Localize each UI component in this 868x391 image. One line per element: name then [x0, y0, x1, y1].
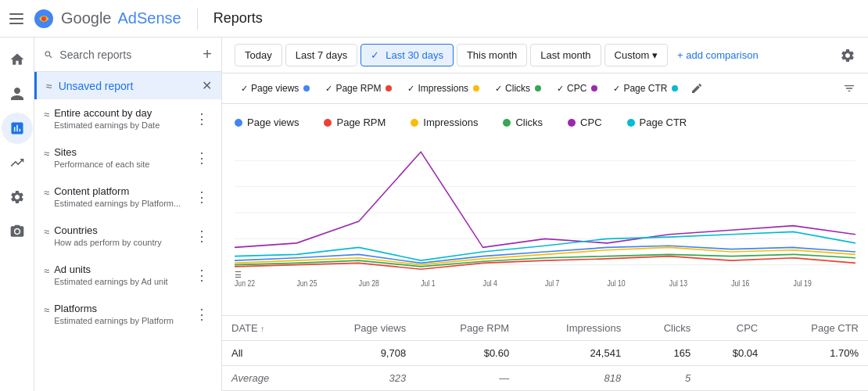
cell-pagectr-1	[767, 366, 868, 391]
logo-product: AdSense	[118, 9, 181, 27]
sidebar-item-title-3: Countries	[54, 224, 192, 236]
sidebar-item-subtitle-3: How ads perform by country	[54, 238, 192, 247]
legend-page-ctr: Page CTR	[627, 117, 687, 128]
sidebar-item-subtitle-2: Estimated earnings by Platform...	[54, 199, 192, 208]
sidebar-item-title-5: Platforms	[54, 303, 192, 314]
sidebar-item-subtitle-1: Performance of each site	[54, 160, 192, 169]
more-icon-3[interactable]: ⋮	[192, 224, 212, 248]
report-settings-icon[interactable]	[840, 48, 855, 63]
col-page-views[interactable]: Page views	[308, 316, 416, 341]
col-page-rpm[interactable]: Page RPM	[415, 316, 518, 341]
nav-chart-icon[interactable]	[2, 113, 33, 144]
cell-pagerpm-0: $0.60	[415, 341, 518, 366]
menu-icon[interactable]	[9, 13, 23, 24]
svg-text:Jun 22: Jun 22	[235, 280, 255, 289]
search-icon	[44, 48, 53, 61]
cell-cpc-1	[700, 366, 767, 391]
data-table: DATE ↑ Page views Page RPM Impressions C…	[222, 316, 868, 391]
cell-pageviews-1: 323	[308, 366, 416, 391]
col-impressions[interactable]: Impressions	[518, 316, 630, 341]
sidebar-item-3[interactable]: ≈ Countries How ads perform by country ⋮	[34, 217, 221, 256]
legend-impressions: Impressions	[411, 117, 478, 128]
filter-thismonth-btn[interactable]: This month	[457, 44, 527, 66]
cell-clicks-1: 5	[630, 366, 700, 391]
legend-cpc: CPC	[568, 117, 601, 128]
table-row: All 9,708 $0.60 24,541 165 $0.04 1.70%	[222, 341, 868, 366]
col-date[interactable]: DATE ↑	[222, 316, 308, 341]
chip-impressions[interactable]: Impressions	[401, 80, 486, 97]
chart-legend: Page views Page RPM Impressions Clicks C…	[235, 110, 855, 135]
wavy-icon-1: ≈	[44, 148, 49, 160]
wavy-icon-2: ≈	[44, 187, 49, 199]
sidebar-search-bar[interactable]: +	[34, 38, 221, 72]
header-divider	[197, 8, 198, 30]
sidebar: + ≈ Unsaved report ✕ ≈ Entire account by…	[34, 38, 222, 391]
more-icon-4[interactable]: ⋮	[192, 264, 212, 287]
more-icon-0[interactable]: ⋮	[192, 107, 212, 131]
adsense-logo-icon	[33, 8, 55, 30]
edit-metrics-icon[interactable]	[690, 82, 703, 95]
svg-text:Jun 25: Jun 25	[296, 280, 317, 289]
sidebar-item-4[interactable]: ≈ Ad units Estimated earnings by Ad unit…	[34, 256, 221, 295]
sidebar-item-0[interactable]: ≈ Entire account by day Estimated earnin…	[34, 99, 221, 138]
sidebar-item-title-0: Entire account by day	[54, 107, 192, 119]
nav-camera-icon[interactable]	[2, 216, 33, 247]
top-header: Google AdSense Reports	[0, 0, 868, 38]
chip-cpc[interactable]: CPC	[551, 80, 604, 97]
page-title: Reports	[213, 10, 263, 27]
svg-text:Jun 28: Jun 28	[359, 280, 379, 289]
unsaved-report-label: Unsaved report	[59, 80, 195, 92]
unsaved-report-row[interactable]: ≈ Unsaved report ✕	[34, 72, 221, 99]
sidebar-item-1[interactable]: ≈ Sites Performance of each site ⋮	[34, 138, 221, 178]
filter-today-btn[interactable]: Today	[235, 44, 282, 66]
sidebar-item-content-3: Countries How ads perform by country	[54, 224, 192, 247]
sidebar-item-content-5: Platforms Estimated earnings by Platform	[54, 303, 192, 325]
filter-last7-btn[interactable]: Last 7 days	[285, 44, 358, 66]
cell-date-1: Average	[222, 366, 308, 391]
add-comparison-btn[interactable]: + add comparison	[677, 49, 759, 61]
svg-text:Jul 4: Jul 4	[483, 280, 497, 289]
sidebar-item-title-1: Sites	[54, 146, 192, 158]
col-clicks[interactable]: Clicks	[630, 316, 700, 341]
svg-text:Jul 13: Jul 13	[669, 280, 687, 289]
chart-filter-bar: Page views Page RPM Impressions Clicks C…	[222, 74, 868, 104]
add-report-icon[interactable]: +	[203, 45, 212, 63]
legend-clicks: Clicks	[503, 117, 543, 128]
chip-page-ctr[interactable]: Page CTR	[607, 80, 684, 97]
nav-home-icon[interactable]	[2, 44, 33, 75]
filter-icon[interactable]	[843, 82, 855, 95]
more-icon-5[interactable]: ⋮	[192, 303, 212, 326]
filter-lastmonth-btn[interactable]: Last month	[530, 44, 601, 66]
filter-last30-btn[interactable]: Last 30 days	[360, 44, 454, 66]
more-icon-2[interactable]: ⋮	[192, 185, 212, 209]
sidebar-item-content-0: Entire account by day Estimated earnings…	[54, 107, 192, 130]
wavy-icon-3: ≈	[44, 226, 49, 238]
search-input[interactable]	[59, 48, 196, 61]
cell-clicks-0: 165	[630, 341, 700, 366]
nav-settings-icon[interactable]	[2, 181, 33, 213]
more-icon-1[interactable]: ⋮	[192, 146, 212, 170]
cell-date-0: All	[222, 341, 308, 366]
sidebar-item-subtitle-4: Estimated earnings by Ad unit	[54, 277, 192, 286]
chip-clicks[interactable]: Clicks	[489, 80, 547, 97]
cell-pagectr-0: 1.70%	[767, 341, 868, 366]
close-unsaved-icon[interactable]: ✕	[202, 78, 212, 93]
sidebar-item-5[interactable]: ≈ Platforms Estimated earnings by Platfo…	[34, 295, 221, 334]
chip-page-rpm[interactable]: Page RPM	[319, 80, 398, 97]
sidebar-item-content-4: Ad units Estimated earnings by Ad unit	[54, 264, 192, 286]
sidebar-items: ≈ Entire account by day Estimated earnin…	[34, 99, 221, 334]
nav-trending-icon[interactable]	[2, 147, 33, 178]
line-chart: Jun 22 Jun 25 Jun 28 Jul 1 Jul 4 Jul 7 J…	[235, 135, 855, 291]
sidebar-item-2[interactable]: ≈ Content platform Estimated earnings by…	[34, 178, 221, 217]
filter-custom-btn[interactable]: Custom ▾	[604, 44, 668, 66]
nav-person-icon[interactable]	[2, 78, 33, 109]
chart-area: Page views Page RPM Impressions Clicks C…	[222, 104, 868, 315]
svg-text:Jul 16: Jul 16	[731, 280, 749, 289]
col-cpc[interactable]: CPC	[700, 316, 767, 341]
wavy-icon-4: ≈	[44, 265, 49, 277]
sidebar-item-content-1: Sites Performance of each site	[54, 146, 192, 169]
chip-page-views[interactable]: Page views	[235, 80, 316, 97]
col-page-ctr[interactable]: Page CTR	[767, 316, 868, 341]
cell-cpc-0: $0.04	[700, 341, 767, 366]
cell-impressions-0: 24,541	[518, 341, 630, 366]
